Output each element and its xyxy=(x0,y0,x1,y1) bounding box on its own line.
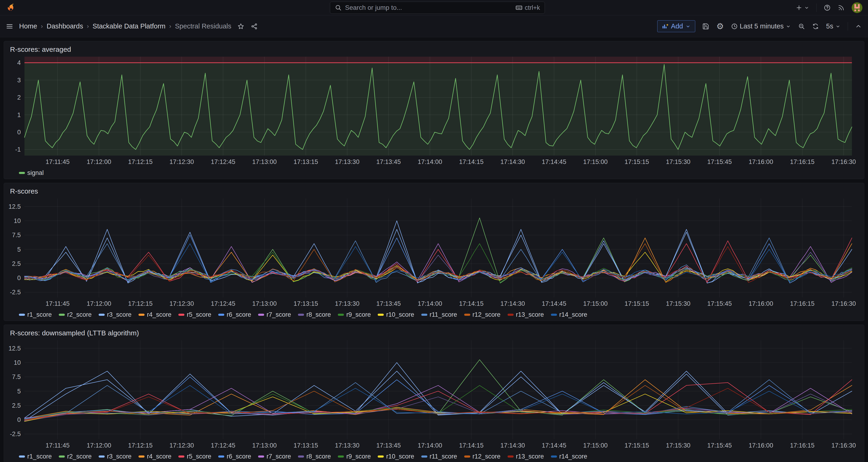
legend-item[interactable]: r2_score xyxy=(59,311,92,318)
svg-text:17:13:15: 17:13:15 xyxy=(293,158,318,165)
time-series-plot[interactable]: 43210-117:11:4517:12:0017:12:1517:12:301… xyxy=(5,54,863,167)
legend-item[interactable]: r12_score xyxy=(464,453,501,460)
svg-text:17:12:30: 17:12:30 xyxy=(169,442,194,449)
share-icon[interactable] xyxy=(251,23,258,30)
favorite-star-icon[interactable] xyxy=(237,23,244,30)
svg-text:1: 1 xyxy=(17,112,21,119)
svg-text:12.5: 12.5 xyxy=(8,345,21,352)
svg-text:17:14:45: 17:14:45 xyxy=(542,442,566,449)
legend-series-label: r9_score xyxy=(346,311,371,318)
zoom-out-button[interactable] xyxy=(798,23,805,30)
svg-text:17:13:45: 17:13:45 xyxy=(376,300,401,307)
svg-text:17:14:30: 17:14:30 xyxy=(500,442,525,449)
legend-item[interactable]: r9_score xyxy=(338,311,371,318)
legend-item[interactable]: r6_score xyxy=(218,311,251,318)
menu-toggle-icon[interactable] xyxy=(6,23,13,30)
svg-text:0: 0 xyxy=(17,416,21,423)
dashboard-toolbar: Home › Dashboards › Stackable Data Platf… xyxy=(0,16,868,37)
svg-text:17:15:30: 17:15:30 xyxy=(666,442,690,449)
legend-item[interactable]: r1_score xyxy=(19,311,52,318)
search-shortcut: ctrl+k xyxy=(516,4,540,11)
legend-series-label: signal xyxy=(27,169,44,177)
svg-text:17:15:30: 17:15:30 xyxy=(666,300,690,307)
search-placeholder: Search or jump to... xyxy=(345,4,512,11)
save-dashboard-button[interactable] xyxy=(702,23,709,30)
legend-item[interactable]: r13_score xyxy=(507,311,544,318)
new-button[interactable] xyxy=(796,4,809,11)
breadcrumb-home[interactable]: Home xyxy=(19,22,37,30)
news-button[interactable] xyxy=(838,4,845,11)
user-avatar[interactable] xyxy=(852,2,862,13)
legend-item[interactable]: r5_score xyxy=(178,453,211,460)
svg-text:17:15:45: 17:15:45 xyxy=(707,300,732,307)
plus-icon xyxy=(796,4,803,11)
svg-text:17:14:45: 17:14:45 xyxy=(542,300,566,307)
add-panel-button[interactable]: Add xyxy=(657,20,695,32)
legend-item[interactable]: r6_score xyxy=(218,453,251,460)
dashboard-settings-button[interactable]: ⚙ xyxy=(716,22,724,31)
legend-item[interactable]: signal xyxy=(19,169,44,177)
gear-icon: ⚙ xyxy=(716,22,724,31)
svg-text:17:11:45: 17:11:45 xyxy=(45,442,69,449)
legend-item[interactable]: r3_score xyxy=(99,453,131,460)
chevron-down-icon xyxy=(785,24,791,29)
legend-item[interactable]: r4_score xyxy=(138,453,172,460)
panel-title[interactable]: R-scores xyxy=(4,183,864,196)
svg-text:17:12:30: 17:12:30 xyxy=(169,300,194,307)
svg-text:-2.5: -2.5 xyxy=(10,289,21,296)
legend-item[interactable]: r4_score xyxy=(138,311,172,318)
svg-text:17:12:15: 17:12:15 xyxy=(128,442,153,449)
legend-item[interactable]: r14_score xyxy=(551,311,587,318)
svg-text:17:11:45: 17:11:45 xyxy=(45,300,69,307)
svg-text:17:12:15: 17:12:15 xyxy=(128,158,153,165)
legend-item[interactable]: r8_score xyxy=(298,453,331,460)
svg-text:0: 0 xyxy=(17,129,21,136)
time-range-picker[interactable]: Last 5 minutes xyxy=(731,22,791,30)
svg-text:17:13:45: 17:13:45 xyxy=(376,442,401,449)
legend-item[interactable]: r14_score xyxy=(551,453,587,460)
legend-series-label: r14_score xyxy=(559,311,587,318)
clock-icon xyxy=(731,23,738,30)
panel-rscores-averaged: R-scores: averaged 43210-117:11:4517:12:… xyxy=(4,41,864,179)
chevron-down-icon xyxy=(835,24,841,29)
legend-series-swatch xyxy=(138,456,145,458)
chevron-down-icon xyxy=(804,5,809,10)
legend-item[interactable]: r10_score xyxy=(378,311,414,318)
legend-item[interactable]: r7_score xyxy=(258,453,291,460)
help-button[interactable] xyxy=(824,4,831,11)
breadcrumb-dashboards[interactable]: Dashboards xyxy=(46,22,83,30)
legend-item[interactable]: r13_score xyxy=(507,453,544,460)
svg-text:17:15:15: 17:15:15 xyxy=(625,158,649,165)
svg-text:5: 5 xyxy=(17,388,21,395)
panel-title[interactable]: R-scores: averaged xyxy=(4,41,864,54)
legend-item[interactable]: r1_score xyxy=(19,453,52,460)
svg-text:17:14:15: 17:14:15 xyxy=(459,300,484,307)
legend-item[interactable]: r2_score xyxy=(59,453,92,460)
legend-item[interactable]: r5_score xyxy=(178,311,211,318)
legend-series-swatch xyxy=(218,314,224,316)
legend-item[interactable]: r7_score xyxy=(258,311,291,318)
svg-text:17:15:30: 17:15:30 xyxy=(666,158,690,165)
grafana-logo[interactable] xyxy=(6,3,16,12)
svg-text:4: 4 xyxy=(17,59,21,66)
legend-item[interactable]: r10_score xyxy=(378,453,414,460)
legend-item[interactable]: r11_score xyxy=(421,311,457,318)
breadcrumb-folder[interactable]: Stackable Data Platform xyxy=(93,22,165,30)
refresh-button[interactable] xyxy=(812,23,819,30)
collapse-toolbar-button[interactable] xyxy=(855,23,862,30)
legend-item[interactable]: r12_score xyxy=(464,311,501,318)
legend-series-label: r3_score xyxy=(107,311,131,318)
legend-item[interactable]: r3_score xyxy=(99,311,131,318)
legend-series-label: r5_score xyxy=(187,311,211,318)
search-input[interactable]: Search or jump to... ctrl+k xyxy=(330,2,545,14)
legend-item[interactable]: r11_score xyxy=(421,453,457,460)
legend-series-swatch xyxy=(59,456,65,458)
refresh-interval-picker[interactable]: 5s xyxy=(826,22,841,30)
time-series-plot[interactable]: 12.5107.552.50-2.517:11:4517:12:0017:12:… xyxy=(5,196,863,309)
legend-series-swatch xyxy=(258,314,264,316)
legend-item[interactable]: r9_score xyxy=(338,453,371,460)
time-series-plot[interactable]: 12.5107.552.50-2.517:11:4517:12:0017:12:… xyxy=(5,338,863,450)
legend-item[interactable]: r8_score xyxy=(298,311,331,318)
panel-rscores: R-scores 12.5107.552.50-2.517:11:4517:12… xyxy=(4,183,864,321)
panel-title[interactable]: R-scores: downsampled (LTTB algorithm) xyxy=(4,325,864,338)
